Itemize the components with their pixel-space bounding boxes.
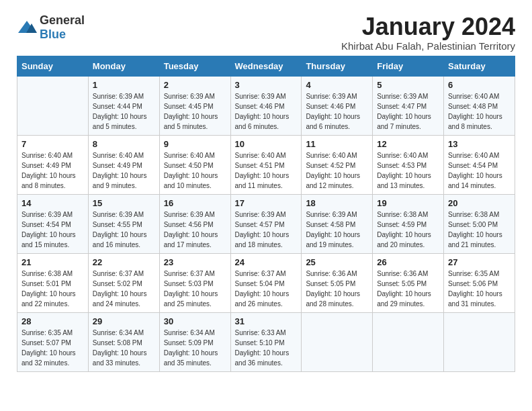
logo-general: General <box>40 13 85 27</box>
calendar-cell: 1Sunrise: 6:39 AM Sunset: 4:44 PM Daylig… <box>88 76 159 135</box>
day-info: Sunrise: 6:39 AM Sunset: 4:57 PM Dayligh… <box>235 210 298 250</box>
day-number: 30 <box>164 316 226 326</box>
day-info: Sunrise: 6:37 AM Sunset: 5:04 PM Dayligh… <box>235 269 298 309</box>
calendar-header: Sunday Monday Tuesday Wednesday Thursday… <box>17 56 515 76</box>
day-number: 8 <box>93 139 155 149</box>
calendar-cell: 28Sunrise: 6:35 AM Sunset: 5:07 PM Dayli… <box>17 312 89 371</box>
calendar-cell: 31Sunrise: 6:33 AM Sunset: 5:10 PM Dayli… <box>230 312 302 371</box>
day-info: Sunrise: 6:39 AM Sunset: 4:44 PM Dayligh… <box>93 91 155 132</box>
week-row-1: 1Sunrise: 6:39 AM Sunset: 4:44 PM Daylig… <box>17 76 515 135</box>
day-info: Sunrise: 6:40 AM Sunset: 4:54 PM Dayligh… <box>448 150 511 191</box>
calendar-cell: 4Sunrise: 6:39 AM Sunset: 4:46 PM Daylig… <box>302 76 373 135</box>
calendar-cell: 7Sunrise: 6:40 AM Sunset: 4:49 PM Daylig… <box>17 135 89 194</box>
day-info: Sunrise: 6:40 AM Sunset: 4:49 PM Dayligh… <box>21 150 84 191</box>
calendar-table: Sunday Monday Tuesday Wednesday Thursday… <box>17 56 515 372</box>
day-number: 24 <box>235 257 298 267</box>
day-number: 11 <box>306 139 368 149</box>
header-row: Sunday Monday Tuesday Wednesday Thursday… <box>17 56 515 76</box>
calendar-body: 1Sunrise: 6:39 AM Sunset: 4:44 PM Daylig… <box>17 76 515 371</box>
day-info: Sunrise: 6:35 AM Sunset: 5:06 PM Dayligh… <box>448 269 511 309</box>
day-info: Sunrise: 6:40 AM Sunset: 4:52 PM Dayligh… <box>306 150 368 191</box>
calendar-cell: 26Sunrise: 6:36 AM Sunset: 5:05 PM Dayli… <box>373 253 444 312</box>
calendar-cell: 24Sunrise: 6:37 AM Sunset: 5:04 PM Dayli… <box>230 253 302 312</box>
calendar-cell: 10Sunrise: 6:40 AM Sunset: 4:51 PM Dayli… <box>230 135 302 194</box>
day-info: Sunrise: 6:36 AM Sunset: 5:05 PM Dayligh… <box>306 269 368 309</box>
header-monday: Monday <box>88 56 159 76</box>
header-wednesday: Wednesday <box>230 56 302 76</box>
calendar-cell: 11Sunrise: 6:40 AM Sunset: 4:52 PM Dayli… <box>302 135 373 194</box>
day-number: 15 <box>93 198 155 208</box>
calendar-cell <box>17 76 89 135</box>
title-block: January 2024 Khirbat Abu Falah, Palestin… <box>341 13 515 52</box>
logo-text: General Blue <box>40 13 85 42</box>
week-row-2: 7Sunrise: 6:40 AM Sunset: 4:49 PM Daylig… <box>17 135 515 194</box>
week-row-3: 14Sunrise: 6:39 AM Sunset: 4:54 PM Dayli… <box>17 194 515 253</box>
day-number: 25 <box>306 257 368 267</box>
day-info: Sunrise: 6:40 AM Sunset: 4:48 PM Dayligh… <box>448 91 511 132</box>
day-number: 4 <box>306 80 368 90</box>
day-number: 18 <box>306 198 368 208</box>
header-friday: Friday <box>373 56 444 76</box>
day-info: Sunrise: 6:40 AM Sunset: 4:49 PM Dayligh… <box>93 150 155 191</box>
day-number: 22 <box>93 257 155 267</box>
calendar-cell <box>444 312 515 371</box>
day-number: 17 <box>235 198 298 208</box>
day-number: 28 <box>21 316 84 326</box>
day-info: Sunrise: 6:36 AM Sunset: 5:05 PM Dayligh… <box>377 269 439 309</box>
day-number: 14 <box>21 198 84 208</box>
day-number: 7 <box>21 139 84 149</box>
day-info: Sunrise: 6:40 AM Sunset: 4:50 PM Dayligh… <box>164 150 226 191</box>
calendar-cell: 29Sunrise: 6:34 AM Sunset: 5:08 PM Dayli… <box>88 312 159 371</box>
day-number: 6 <box>448 80 511 90</box>
day-info: Sunrise: 6:39 AM Sunset: 4:45 PM Dayligh… <box>164 91 226 132</box>
day-number: 5 <box>377 80 439 90</box>
day-info: Sunrise: 6:39 AM Sunset: 4:46 PM Dayligh… <box>306 91 368 132</box>
logo-icon <box>17 19 37 36</box>
calendar-cell: 21Sunrise: 6:38 AM Sunset: 5:01 PM Dayli… <box>17 253 89 312</box>
day-info: Sunrise: 6:39 AM Sunset: 4:54 PM Dayligh… <box>21 210 84 250</box>
day-info: Sunrise: 6:35 AM Sunset: 5:07 PM Dayligh… <box>21 328 84 368</box>
day-number: 10 <box>235 139 298 149</box>
calendar-cell: 5Sunrise: 6:39 AM Sunset: 4:47 PM Daylig… <box>373 76 444 135</box>
header-saturday: Saturday <box>444 56 515 76</box>
calendar-cell: 20Sunrise: 6:38 AM Sunset: 5:00 PM Dayli… <box>444 194 515 253</box>
week-row-4: 21Sunrise: 6:38 AM Sunset: 5:01 PM Dayli… <box>17 253 515 312</box>
calendar-cell <box>373 312 444 371</box>
logo-blue: Blue <box>40 28 66 41</box>
calendar-cell: 12Sunrise: 6:40 AM Sunset: 4:53 PM Dayli… <box>373 135 444 194</box>
header-thursday: Thursday <box>302 56 373 76</box>
day-number: 16 <box>164 198 226 208</box>
calendar-cell: 22Sunrise: 6:37 AM Sunset: 5:02 PM Dayli… <box>88 253 159 312</box>
day-info: Sunrise: 6:40 AM Sunset: 4:53 PM Dayligh… <box>377 150 439 191</box>
calendar-title: January 2024 <box>341 13 515 40</box>
calendar-cell: 27Sunrise: 6:35 AM Sunset: 5:06 PM Dayli… <box>444 253 515 312</box>
day-number: 3 <box>235 80 298 90</box>
week-row-5: 28Sunrise: 6:35 AM Sunset: 5:07 PM Dayli… <box>17 312 515 371</box>
day-info: Sunrise: 6:40 AM Sunset: 4:51 PM Dayligh… <box>235 150 298 191</box>
day-info: Sunrise: 6:33 AM Sunset: 5:10 PM Dayligh… <box>235 328 298 368</box>
day-number: 29 <box>93 316 155 326</box>
day-info: Sunrise: 6:38 AM Sunset: 4:59 PM Dayligh… <box>377 210 439 250</box>
calendar-cell: 14Sunrise: 6:39 AM Sunset: 4:54 PM Dayli… <box>17 194 89 253</box>
calendar-cell: 17Sunrise: 6:39 AM Sunset: 4:57 PM Dayli… <box>230 194 302 253</box>
logo: General Blue <box>17 13 85 42</box>
calendar-cell: 16Sunrise: 6:39 AM Sunset: 4:56 PM Dayli… <box>159 194 230 253</box>
day-info: Sunrise: 6:38 AM Sunset: 5:00 PM Dayligh… <box>448 210 511 250</box>
calendar-cell <box>302 312 373 371</box>
calendar-cell: 23Sunrise: 6:37 AM Sunset: 5:03 PM Dayli… <box>159 253 230 312</box>
calendar-cell: 13Sunrise: 6:40 AM Sunset: 4:54 PM Dayli… <box>444 135 515 194</box>
calendar-cell: 30Sunrise: 6:34 AM Sunset: 5:09 PM Dayli… <box>159 312 230 371</box>
day-info: Sunrise: 6:34 AM Sunset: 5:08 PM Dayligh… <box>93 328 155 368</box>
day-info: Sunrise: 6:39 AM Sunset: 4:47 PM Dayligh… <box>377 91 439 132</box>
header-tuesday: Tuesday <box>159 56 230 76</box>
day-number: 19 <box>377 198 439 208</box>
day-number: 27 <box>448 257 511 267</box>
day-number: 12 <box>377 139 439 149</box>
day-number: 20 <box>448 198 511 208</box>
day-info: Sunrise: 6:34 AM Sunset: 5:09 PM Dayligh… <box>164 328 226 368</box>
calendar-cell: 15Sunrise: 6:39 AM Sunset: 4:55 PM Dayli… <box>88 194 159 253</box>
day-info: Sunrise: 6:39 AM Sunset: 4:46 PM Dayligh… <box>235 91 298 132</box>
header: General Blue January 2024 Khirbat Abu Fa… <box>17 13 515 52</box>
header-sunday: Sunday <box>17 56 89 76</box>
day-number: 23 <box>164 257 226 267</box>
